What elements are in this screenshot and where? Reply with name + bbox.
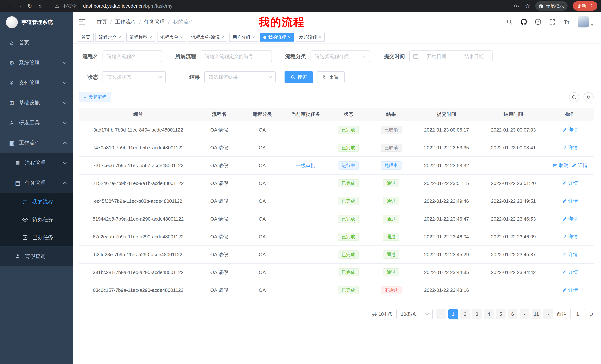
browser-refresh-button[interactable]: ↻: [25, 1, 35, 11]
gear-icon: ⚙: [8, 59, 15, 66]
search-toggle-button[interactable]: [569, 92, 579, 102]
detail-link[interactable]: 详情: [562, 251, 578, 258]
breadcrumb-item-home[interactable]: 首页: [97, 18, 107, 25]
sidebar-item-done-tasks[interactable]: 已办任务: [0, 229, 73, 246]
detail-link[interactable]: 详情: [562, 233, 578, 240]
submit-time-range-picker[interactable]: 开始日期 - 结束日期: [409, 50, 492, 62]
github-icon[interactable]: [521, 19, 527, 25]
detail-link[interactable]: 详情: [562, 198, 578, 204]
close-icon[interactable]: ×: [180, 35, 183, 39]
tab-process-model[interactable]: 流程模型 ×: [126, 33, 155, 42]
detail-link[interactable]: 详情: [562, 144, 578, 151]
page-button-5[interactable]: 5: [496, 309, 506, 319]
browser-back-button[interactable]: ←: [4, 1, 14, 11]
todo-task-icon: [21, 217, 29, 222]
status-badge: 已完成: [338, 144, 359, 152]
more-pages-button[interactable]: ···: [520, 309, 529, 319]
page-button-2[interactable]: 2: [460, 309, 470, 319]
browser-forward-button[interactable]: →: [14, 1, 25, 11]
detail-link[interactable]: 详情: [572, 162, 588, 169]
tab-process-form[interactable]: 流程表单 ×: [157, 33, 186, 42]
detail-link[interactable]: 详情: [562, 287, 578, 293]
sidebar-item-leave-query[interactable]: 请假查询: [0, 246, 73, 266]
help-icon[interactable]: ?: [535, 19, 541, 25]
detail-link[interactable]: 详情: [562, 216, 578, 222]
logo[interactable]: 芋道管理系统: [0, 12, 73, 33]
user-menu[interactable]: [578, 16, 594, 28]
infrastructure-icon: ⊞: [8, 100, 15, 106]
avatar[interactable]: [578, 16, 589, 28]
cell-category: OA: [241, 228, 284, 246]
cancel-link[interactable]: 取消: [553, 162, 568, 169]
process-name-input[interactable]: [102, 50, 162, 62]
search-button[interactable]: 搜索: [285, 71, 313, 83]
page-button-4[interactable]: 4: [484, 309, 494, 319]
refresh-table-button[interactable]: ↻: [583, 92, 594, 102]
reset-button[interactable]: ↻ 重置: [317, 71, 345, 83]
sidebar-item-dev-tools[interactable]: 研发工具: [0, 113, 73, 133]
close-icon[interactable]: ×: [149, 35, 152, 39]
page-button-1[interactable]: 1: [448, 309, 458, 319]
sidebar-item-label: 系统管理: [19, 59, 40, 66]
tab-home[interactable]: 首页: [78, 33, 94, 42]
logo-avatar: [6, 16, 18, 28]
page-size-select[interactable]: 10条/页: [396, 309, 433, 319]
end-date-placeholder[interactable]: 结束日期: [459, 53, 489, 60]
sidebar-item-process-management[interactable]: ≣ 流程管理: [0, 153, 73, 173]
security-label: 不安全: [62, 3, 77, 9]
table-row: 2152467e-7b9b-11ec-9a1b-acde48001122 OA …: [79, 174, 594, 192]
close-icon[interactable]: ×: [119, 35, 121, 39]
detail-link[interactable]: 详情: [562, 269, 578, 276]
create-process-button[interactable]: + 发起流程: [79, 92, 111, 102]
sidebar-item-home[interactable]: ⌂ 首页: [0, 33, 73, 53]
tab-process-form-edit[interactable]: 流程表单-编辑 ×: [188, 33, 227, 42]
key-icon[interactable]: [514, 3, 520, 9]
sidebar-item-system-management[interactable]: ⚙ 系统管理: [0, 53, 73, 73]
bookmark-star-icon[interactable]: ☆: [525, 3, 530, 9]
category-select[interactable]: 请选择流程分类: [311, 50, 370, 62]
detail-link[interactable]: 详情: [562, 126, 578, 133]
breadcrumb-item-task-management[interactable]: 任务管理: [144, 18, 165, 25]
cell-status: 已完成: [328, 192, 369, 210]
tab-my-process[interactable]: 我的流程 ×: [260, 33, 294, 42]
next-page-button[interactable]: ›: [543, 309, 553, 319]
close-icon[interactable]: ×: [221, 35, 224, 39]
sidebar-item-payment-management[interactable]: ¥ 支付管理: [0, 73, 73, 93]
search-icon[interactable]: [506, 19, 512, 25]
breadcrumb-item-workflow[interactable]: 工作流程: [115, 18, 136, 25]
start-date-placeholder[interactable]: 开始日期: [421, 53, 451, 60]
close-icon[interactable]: ×: [288, 35, 290, 39]
browser-menu-icon[interactable]: ⋮: [589, 3, 594, 9]
jump-page-input[interactable]: [570, 309, 585, 319]
active-dot: [263, 36, 266, 39]
sidebar-item-task-management[interactable]: ▤ 任务管理: [0, 173, 73, 193]
status-select[interactable]: 请选择状态: [102, 71, 166, 83]
sidebar-item-workflow[interactable]: ▣ 工作流程: [0, 133, 73, 153]
current-task-link[interactable]: 一级审批: [296, 162, 315, 169]
page-button-3[interactable]: 3: [472, 309, 482, 319]
cell-current-task: [284, 121, 328, 139]
tab-initiate-process[interactable]: 发起流程 ×: [296, 33, 325, 42]
fullscreen-icon[interactable]: [549, 19, 555, 25]
page-button-6[interactable]: 6: [508, 309, 517, 319]
font-size-icon[interactable]: TT: [564, 19, 570, 25]
tab-process-definition[interactable]: 流程定义 ×: [95, 33, 124, 42]
address-bar[interactable]: ⚠ 不安全 dashboard.yudao.iocoder.cn/bpm/tas…: [55, 3, 172, 9]
sidebar-toggle-icon[interactable]: [79, 19, 85, 25]
parent-process-input[interactable]: [200, 50, 272, 62]
browser-update-button[interactable]: 更新 ⋮: [573, 1, 597, 10]
incognito-icon: [538, 3, 544, 9]
page-content: 流程名 所属流程 流程分类 请选择流程分类 提交时间 开始日期 - 结束日期: [73, 43, 601, 364]
prev-page-button[interactable]: ‹: [436, 309, 446, 319]
detail-link[interactable]: 详情: [562, 180, 578, 186]
sidebar-item-infrastructure[interactable]: ⊞ 基础设施: [0, 93, 73, 113]
sidebar-item-my-process[interactable]: 我的流程: [0, 193, 73, 211]
result-select[interactable]: 请选择流结果: [204, 71, 276, 83]
browser-home-button[interactable]: ⌂: [35, 1, 45, 11]
close-icon[interactable]: ×: [319, 35, 321, 39]
sidebar-item-todo-tasks[interactable]: 待办任务: [0, 211, 73, 229]
tab-label: 流程表单-编辑: [191, 34, 220, 40]
tab-user-group[interactable]: 用户分组 ×: [229, 33, 258, 42]
close-icon[interactable]: ×: [252, 35, 255, 39]
page-button-11[interactable]: 11: [531, 309, 541, 319]
